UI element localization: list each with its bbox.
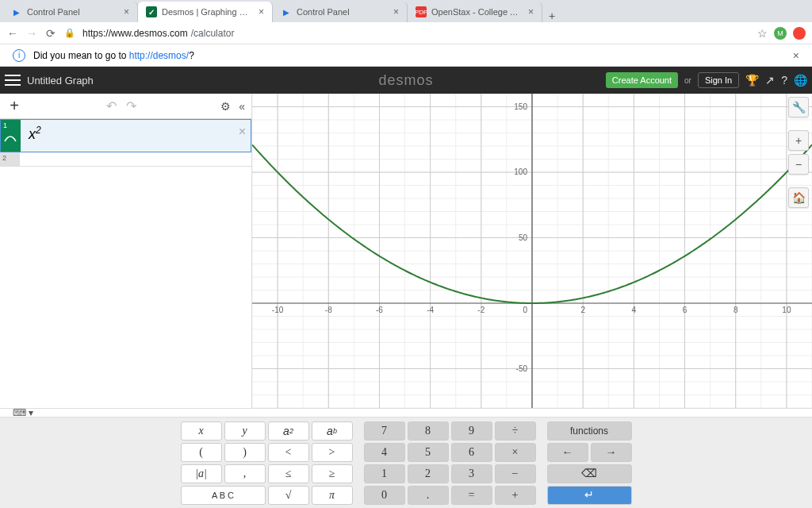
profile-avatar[interactable]: M	[774, 27, 787, 40]
key-functions[interactable]: functions	[547, 421, 632, 441]
pdf-icon: PDF	[416, 6, 427, 17]
zoom-out-button[interactable]: −	[788, 154, 809, 175]
wrench-icon[interactable]: 🔧	[788, 97, 809, 117]
keypad: x y a2 ab ( ) < > |a| , ≤ ≥ A B C √ π 7 …	[0, 418, 812, 508]
expression-row-1[interactable]: 1 x2 ×	[0, 119, 251, 152]
desmos-icon: ✓	[146, 6, 157, 17]
add-expression-button[interactable]: +	[6, 97, 22, 115]
key-divide[interactable]: ÷	[495, 421, 536, 441]
brand-logo: desmos	[378, 72, 433, 89]
key-5[interactable]: 5	[408, 443, 449, 462]
key-3[interactable]: 3	[451, 464, 492, 483]
key-dot[interactable]: .	[408, 486, 449, 505]
key-abc[interactable]: A B C	[181, 486, 266, 505]
info-msg: Did you mean to go to	[33, 50, 129, 61]
zoom-in-button[interactable]: +	[788, 130, 809, 151]
browser-tab-strip: ▶ Control Panel × ✓ Desmos | Graphing Ca…	[0, 0, 812, 22]
key-rparen[interactable]: )	[224, 443, 266, 462]
extension-icon[interactable]	[793, 27, 806, 40]
key-backspace[interactable]: ⌫	[547, 464, 632, 483]
key-7[interactable]: 7	[364, 421, 405, 441]
svg-text:-10: -10	[272, 306, 284, 314]
key-abs[interactable]: |a|	[181, 464, 222, 483]
expression-input[interactable]: x2	[21, 120, 251, 152]
key-power[interactable]: ab	[312, 421, 353, 441]
key-9[interactable]: 9	[451, 421, 492, 441]
tab-control-panel-2[interactable]: ▶ Control Panel ×	[273, 2, 408, 22]
expression-row-2[interactable]: 2	[0, 152, 251, 167]
forward-button[interactable]: →	[25, 27, 38, 40]
globe-icon[interactable]: 🌐	[794, 74, 807, 87]
key-pi[interactable]: π	[312, 486, 353, 505]
close-icon[interactable]: ×	[124, 6, 129, 17]
new-tab-button[interactable]: +	[542, 10, 561, 22]
key-enter[interactable]: ↵	[547, 486, 632, 505]
key-gt[interactable]: >	[312, 443, 353, 462]
sidebar-toolbar: + ↶ ↷ ⚙ «	[0, 94, 251, 119]
close-icon[interactable]: ×	[259, 6, 264, 17]
app-header: Untitled Graph desmos Create Account or …	[0, 67, 812, 94]
key-0[interactable]: 0	[364, 486, 405, 505]
graph-tools: 🔧 + − 🏠	[788, 97, 809, 208]
svg-text:-6: -6	[376, 306, 383, 314]
info-link[interactable]: http://desmos/	[129, 50, 189, 61]
menu-button[interactable]	[5, 75, 21, 86]
key-comma[interactable]: ,	[224, 464, 266, 483]
trophy-icon[interactable]: 🏆	[745, 74, 759, 87]
svg-text:-4: -4	[427, 306, 434, 314]
keyboard-toggle[interactable]: ⌨ ▾	[13, 407, 33, 418]
info-close-button[interactable]: ×	[793, 49, 799, 62]
resize-bar[interactable]: ⌨ ▾	[0, 408, 812, 418]
key-squared[interactable]: a2	[268, 421, 309, 441]
key-multiply[interactable]: ×	[495, 443, 536, 462]
create-account-button[interactable]: Create Account	[606, 72, 678, 88]
settings-icon[interactable]: ⚙	[220, 100, 231, 113]
redo-button[interactable]: ↷	[126, 98, 136, 114]
key-left[interactable]: ←	[547, 443, 588, 462]
key-right[interactable]: →	[591, 443, 632, 462]
close-icon[interactable]: ×	[528, 6, 534, 17]
tab-openstax[interactable]: PDF OpenStax - College Algebra-C ×	[408, 2, 542, 22]
key-4[interactable]: 4	[364, 443, 405, 462]
bookmark-icon[interactable]: ☆	[757, 27, 768, 40]
key-lt[interactable]: <	[268, 443, 309, 462]
key-6[interactable]: 6	[451, 443, 492, 462]
share-icon[interactable]: ↗	[765, 74, 775, 87]
key-1[interactable]: 1	[364, 464, 405, 483]
key-y[interactable]: y	[224, 421, 266, 441]
back-button[interactable]: ←	[6, 27, 19, 40]
undo-button[interactable]: ↶	[106, 98, 117, 114]
expression-input[interactable]	[20, 152, 251, 166]
info-icon: i	[13, 49, 25, 62]
info-tail: ?	[189, 50, 194, 61]
reload-button[interactable]: ⟳	[44, 27, 57, 40]
key-2[interactable]: 2	[408, 464, 449, 483]
collapse-sidebar-button[interactable]: «	[239, 100, 245, 113]
expression-index: 1	[1, 120, 21, 152]
key-equals[interactable]: =	[451, 486, 492, 505]
svg-text:-8: -8	[325, 306, 332, 314]
key-le[interactable]: ≤	[268, 464, 309, 483]
main-area: + ↶ ↷ ⚙ « 1 x2 × 2 -10-8-6-4-22468100-50…	[0, 94, 812, 408]
help-icon[interactable]: ?	[781, 74, 787, 87]
svg-text:4: 4	[632, 306, 637, 314]
url-field[interactable]: https://www.desmos.com/calculator	[82, 28, 751, 39]
home-button[interactable]: 🏠	[788, 187, 809, 208]
key-x[interactable]: x	[181, 421, 222, 441]
tab-desmos[interactable]: ✓ Desmos | Graphing Calculator ×	[138, 2, 273, 22]
key-minus[interactable]: −	[495, 464, 536, 483]
close-icon[interactable]: ×	[393, 6, 399, 17]
key-sqrt[interactable]: √	[268, 486, 309, 505]
graph-title[interactable]: Untitled Graph	[27, 75, 94, 87]
svg-text:10: 10	[782, 306, 791, 314]
delete-expression-button[interactable]: ×	[239, 125, 246, 139]
play-icon: ▶	[11, 6, 22, 17]
key-8[interactable]: 8	[408, 421, 449, 441]
key-plus[interactable]: +	[495, 486, 536, 505]
key-lparen[interactable]: (	[181, 443, 222, 462]
tab-control-panel-1[interactable]: ▶ Control Panel ×	[3, 2, 138, 22]
graph-color-badge[interactable]	[3, 131, 17, 145]
sign-in-button[interactable]: Sign In	[698, 72, 739, 88]
graph-canvas[interactable]: -10-8-6-4-22468100-5050100150 🔧 + − 🏠	[252, 94, 812, 408]
key-ge[interactable]: ≥	[312, 464, 353, 483]
